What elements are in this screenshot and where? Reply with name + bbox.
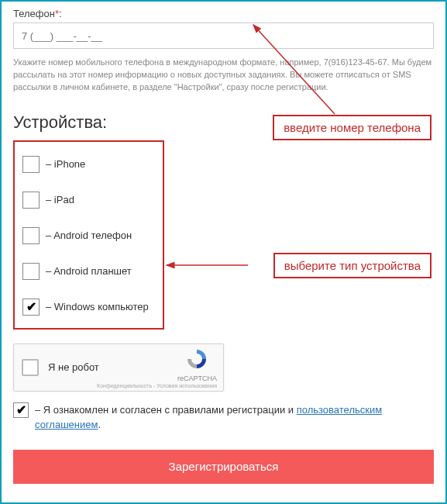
phone-hint: Укажите номер мобильного телефона в межд… (13, 57, 434, 94)
device-row-ipad: – iPad (22, 192, 155, 209)
device-checkbox-iphone[interactable] (22, 156, 40, 173)
recaptcha-icon (185, 347, 208, 371)
device-checkbox-android-tablet[interactable] (22, 263, 40, 280)
device-checkbox-android-phone[interactable] (22, 227, 40, 244)
phone-label: Телефон*: (13, 8, 434, 19)
recaptcha-terms: Конфиденциальность - Условия использован… (97, 383, 217, 388)
device-label: – iPad (46, 194, 74, 205)
device-row-android-tablet: – Android планшет (22, 263, 155, 280)
arrow-to-devices-icon (163, 257, 256, 273)
device-checkbox-ipad[interactable] (22, 192, 40, 209)
agreement-text: – Я ознакомлен и согласен с правилами ре… (35, 402, 434, 433)
devices-group: – iPhone – iPad – Android телефон – Andr… (13, 140, 164, 330)
svg-line-0 (253, 25, 335, 114)
agreement-row: – Я ознакомлен и согласен с правилами ре… (13, 402, 434, 433)
recaptcha-label: Я не робот (48, 361, 99, 373)
device-checkbox-windows[interactable] (22, 299, 40, 316)
register-button[interactable]: Зарегистрироваться (13, 450, 434, 484)
device-row-iphone: – iPhone (22, 156, 155, 173)
recaptcha-brand: reCAPTCHA (177, 375, 217, 382)
phone-input[interactable] (13, 22, 434, 49)
device-label: – Android телефон (46, 230, 132, 241)
recaptcha-widget: Я не робот reCAPTCHA Конфиденциальность … (13, 343, 224, 392)
device-label: – Android планшет (46, 265, 132, 277)
device-label: – Windows компьютер (46, 301, 149, 312)
arrow-to-phone-icon (242, 9, 350, 118)
device-label: – iPhone (46, 158, 85, 170)
callout-device: выберите тип устройства (273, 253, 432, 278)
agreement-checkbox[interactable] (13, 402, 29, 418)
callout-phone: введите номер телефона (273, 115, 432, 140)
device-row-android-phone: – Android телефон (22, 227, 155, 244)
device-row-windows: – Windows компьютер (22, 299, 155, 316)
recaptcha-checkbox[interactable] (22, 359, 39, 376)
